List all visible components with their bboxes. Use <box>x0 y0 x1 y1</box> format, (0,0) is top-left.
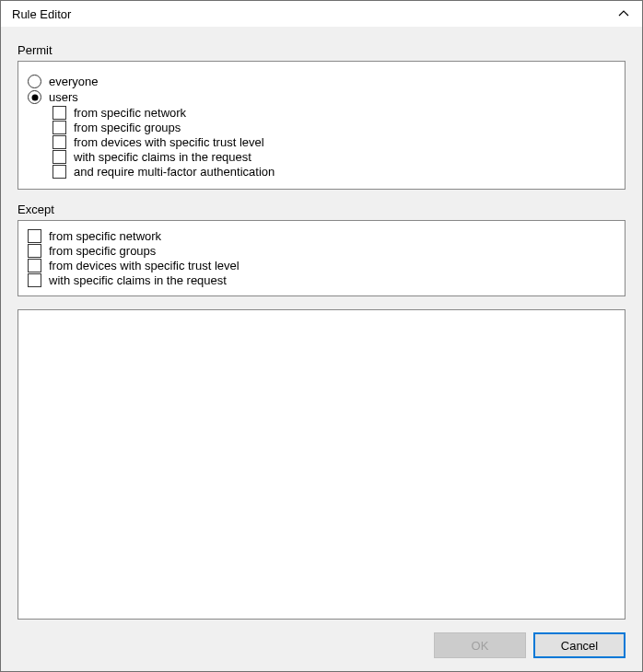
ok-button-label: OK <box>472 639 489 653</box>
detail-box <box>18 309 625 620</box>
ok-button: OK <box>434 632 526 658</box>
check-label: from specific groups <box>49 244 156 258</box>
check-label: with specific claims in the request <box>49 273 227 287</box>
except-box: from specific network from specific grou… <box>18 220 625 296</box>
checkbox-icon <box>28 244 41 258</box>
except-label: Except <box>18 203 625 216</box>
check-require-mfa[interactable]: and require multi-factor authentication <box>53 165 615 179</box>
content-area: Permit everyone users from specific netw… <box>1 27 642 671</box>
check-label: from devices with specific trust level <box>49 259 240 272</box>
check-with-specific-claims[interactable]: with specific claims in the request <box>53 150 615 164</box>
check-from-specific-network[interactable]: from specific network <box>53 106 615 120</box>
button-row: OK Cancel <box>18 632 625 658</box>
radio-icon <box>28 90 41 104</box>
checkbox-icon <box>53 150 66 164</box>
except-check-from-specific-network[interactable]: from specific network <box>28 229 615 243</box>
check-label: from devices with specific trust level <box>74 135 264 149</box>
except-check-from-specific-groups[interactable]: from specific groups <box>28 244 615 258</box>
check-label: and require multi-factor authentication <box>74 165 275 179</box>
permit-box: everyone users from specific network fro… <box>18 61 625 190</box>
check-label: from specific groups <box>74 121 181 134</box>
check-label: with specific claims in the request <box>74 150 251 164</box>
checkbox-icon <box>53 121 66 134</box>
users-sub-checks: from specific network from specific grou… <box>53 106 615 179</box>
titlebar: Rule Editor <box>1 1 642 27</box>
collapse-button[interactable] <box>616 6 631 21</box>
check-label: from specific network <box>49 229 161 243</box>
window-title: Rule Editor <box>12 7 71 21</box>
radio-users[interactable]: users <box>28 90 615 104</box>
checkbox-icon <box>28 229 41 243</box>
chevron-up-icon <box>617 7 630 20</box>
rule-editor-window: Rule Editor Permit everyone users from s… <box>0 0 643 672</box>
checkbox-icon <box>28 259 41 272</box>
permit-label: Permit <box>18 43 625 57</box>
checkbox-icon <box>28 273 41 287</box>
cancel-button[interactable]: Cancel <box>533 632 625 658</box>
radio-icon <box>28 75 41 88</box>
cancel-button-label: Cancel <box>561 639 598 653</box>
check-from-specific-groups[interactable]: from specific groups <box>53 121 615 134</box>
checkbox-icon <box>53 106 66 120</box>
check-from-devices-trust-level[interactable]: from devices with specific trust level <box>53 135 615 149</box>
radio-everyone-label: everyone <box>49 75 98 88</box>
checkbox-icon <box>53 135 66 149</box>
radio-everyone[interactable]: everyone <box>28 75 615 88</box>
except-check-with-specific-claims[interactable]: with specific claims in the request <box>28 273 615 287</box>
radio-users-label: users <box>49 90 78 104</box>
except-check-from-devices-trust-level[interactable]: from devices with specific trust level <box>28 259 615 272</box>
check-label: from specific network <box>74 106 186 120</box>
checkbox-icon <box>53 165 66 179</box>
